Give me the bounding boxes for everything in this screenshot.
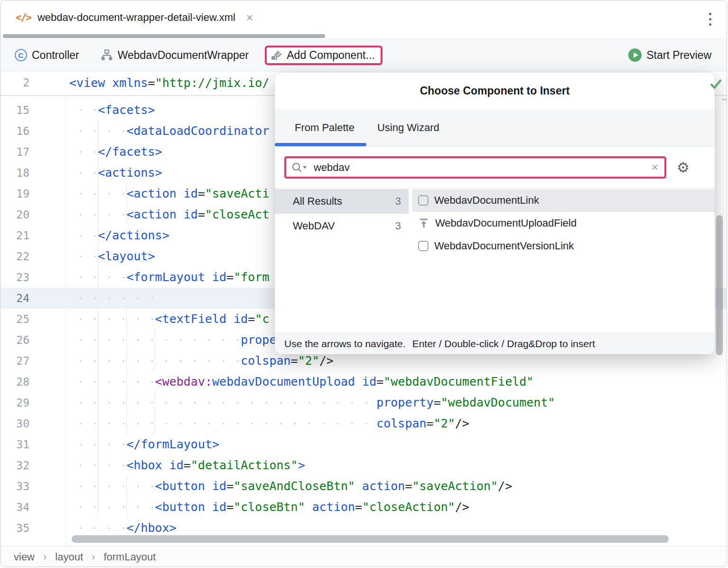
code-token: <button — [155, 479, 205, 493]
line-number: 33 — [0, 476, 65, 497]
line-number: 32 — [0, 455, 65, 476]
code-line[interactable]: 30colspan="2"/> — [0, 413, 727, 434]
scrollbar-mark — [722, 99, 727, 100]
breadcrumb-item-layout[interactable]: layout — [55, 551, 83, 563]
indent-guide — [155, 392, 155, 434]
vertical-scrollbar[interactable] — [716, 215, 723, 355]
code-text: </formLayout> — [65, 434, 727, 455]
whitespace-dots — [69, 288, 155, 309]
wrapper-button[interactable]: WebdavDocumentWrapper — [100, 49, 249, 62]
start-preview-label: Start Preview — [646, 49, 711, 62]
component-result-row[interactable]: WebdavDocumentLink — [412, 189, 715, 212]
line-number: 16 — [0, 121, 65, 142]
line-number: 22 — [0, 246, 65, 267]
ide-window: </> webdav-document-wrapper-detail-view.… — [0, 0, 727, 567]
chevron-right-icon: › — [43, 551, 47, 563]
whitespace-dots — [69, 309, 155, 330]
code-token: "saveAction" — [412, 479, 498, 493]
popup-footer: Use the arrows to navigate. Enter / Doub… — [275, 332, 715, 354]
code-token: </actions> — [98, 228, 169, 242]
code-token: = — [291, 354, 298, 368]
search-row: ✕ ⚙ — [284, 156, 715, 179]
code-line[interactable]: 32<hbox id="detailActions"> — [0, 455, 727, 476]
whitespace-dots — [69, 392, 376, 413]
component-result-row[interactable]: WebdavDocumentUploadField — [412, 212, 715, 235]
code-token: </formLayout> — [126, 437, 219, 451]
search-input[interactable] — [313, 161, 651, 174]
active-tab-indicator — [275, 143, 366, 146]
line-number: 23 — [0, 267, 65, 288]
popup-lists: All Results3WebDAV3 WebdavDocumentLinkWe… — [275, 189, 715, 257]
popup-tab-strip: From PaletteUsing Wizard — [275, 109, 715, 147]
code-token: colspan — [376, 417, 426, 430]
breadcrumb: view›layout›formLayout — [0, 546, 727, 567]
line-number: 29 — [0, 392, 65, 413]
code-token: = — [434, 396, 441, 409]
line-number: 15 — [0, 100, 65, 121]
palette-icon — [271, 49, 283, 61]
code-text: <hbox id="detailActions"> — [65, 455, 727, 476]
component-result-row[interactable]: WebdavDocumentVersionLink — [412, 235, 715, 257]
indent-guide — [126, 476, 127, 518]
code-token: webdavDocumentUpload — [212, 375, 355, 388]
line-number: 27 — [0, 350, 65, 371]
line-number: 35 — [0, 518, 65, 539]
code-line[interactable]: 33<button id="saveAndCloseBtn" action="s… — [0, 476, 727, 497]
code-token: prope — [241, 333, 276, 347]
horizontal-scrollbar[interactable] — [72, 535, 669, 543]
code-token: <button — [155, 500, 205, 514]
code-token: "http://jmix.io/ — [155, 76, 270, 90]
code-token: id — [205, 479, 226, 493]
more-options-icon[interactable] — [708, 12, 712, 27]
chevron-right-icon: › — [92, 551, 95, 563]
code-token: id — [177, 208, 198, 221]
popup-tab-using-wizard[interactable]: Using Wizard — [377, 122, 439, 134]
code-line[interactable]: 31</formLayout> — [0, 434, 727, 455]
inspection-ok-icon[interactable] — [709, 77, 723, 93]
breadcrumb-item-formLayout[interactable]: formLayout — [103, 551, 156, 563]
code-line[interactable]: 28<webdav:webdavDocumentUpload id="webda… — [0, 371, 727, 392]
code-token: <dataLoadCoordinator — [126, 124, 269, 138]
component-box-icon — [418, 241, 429, 251]
code-token: id — [205, 500, 226, 514]
component-result-label: WebdavDocumentLink — [434, 194, 539, 207]
close-tab-icon[interactable]: ✕ — [246, 12, 253, 23]
code-text: <button id="saveAndCloseBtn" action="sav… — [65, 476, 727, 497]
code-token: <actions> — [98, 166, 162, 180]
code-token: </hbox> — [126, 521, 176, 535]
code-token: <action — [126, 208, 176, 221]
code-token: "2" — [298, 354, 319, 368]
component-search-field[interactable]: ✕ — [284, 156, 666, 179]
file-tab[interactable]: </> webdav-document-wrapper-detail-view.… — [16, 0, 253, 35]
code-token: action — [355, 479, 405, 493]
whitespace-dots — [69, 371, 155, 392]
code-token: action — [305, 500, 355, 514]
category-count: 3 — [395, 220, 401, 232]
popup-tab-from-palette[interactable]: From Palette — [295, 122, 355, 134]
category-label: All Results — [293, 195, 342, 208]
start-preview-button[interactable]: Start Preview — [628, 48, 711, 62]
code-token: > — [298, 458, 305, 472]
code-token: /> — [498, 479, 512, 493]
code-line[interactable]: 29property="webdavDocument" — [0, 392, 727, 413]
add-component-button[interactable]: Add Component... — [265, 46, 382, 65]
line-number: 34 — [0, 497, 65, 518]
search-icon — [291, 161, 308, 174]
line-number: 2 — [0, 72, 65, 94]
line-number: 19 — [0, 183, 65, 204]
code-line[interactable]: 34<button id="closeBtn" action="closeAct… — [0, 497, 727, 518]
clear-search-icon[interactable]: ✕ — [651, 162, 659, 173]
code-token: property — [376, 396, 433, 409]
controller-button[interactable]: C Controller — [15, 49, 79, 62]
category-row[interactable]: All Results3 — [275, 189, 409, 214]
gear-icon[interactable]: ⚙ — [677, 161, 690, 175]
code-token: "saveActi — [205, 187, 269, 200]
breadcrumb-item-view[interactable]: view — [14, 551, 35, 563]
code-token: = — [405, 479, 412, 493]
line-number: 21 — [0, 225, 65, 246]
footer-hint-insert: Enter / Double-click / Drag&Drop to inse… — [412, 338, 595, 350]
code-token: <layout> — [98, 249, 155, 263]
choose-component-popup: Choose Component to Insert From PaletteU… — [275, 73, 715, 354]
wrapper-label: WebdavDocumentWrapper — [118, 49, 249, 62]
category-row[interactable]: WebDAV3 — [275, 214, 409, 238]
